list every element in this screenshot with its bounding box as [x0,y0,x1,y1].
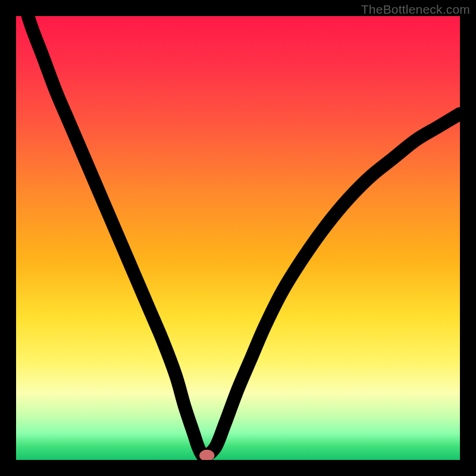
optimal-marker [202,452,212,459]
plot-area [16,16,460,460]
chart-frame: TheBottleneck.com [0,0,476,476]
chart-svg [16,16,460,460]
bottleneck-curve [16,16,460,456]
watermark-text: TheBottleneck.com [361,2,470,17]
